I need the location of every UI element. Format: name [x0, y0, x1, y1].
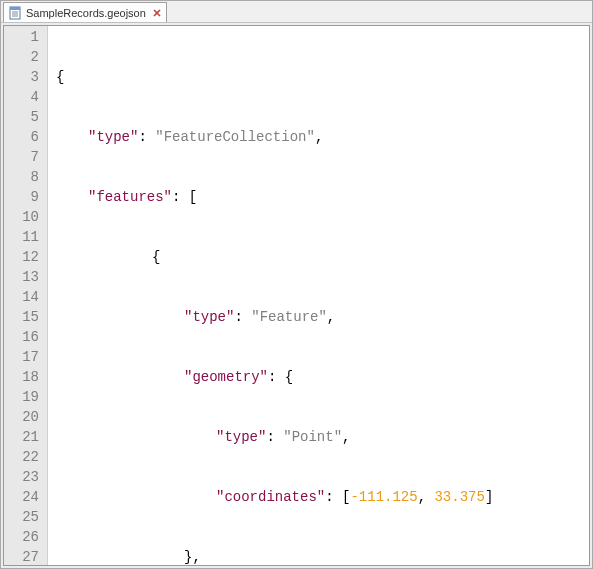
code-line: "type": "Feature",: [56, 307, 589, 327]
line-number: 6: [4, 127, 39, 147]
line-gutter: 1 2 3 4 5 6 7 8 9 10 11 12 13 14 15 16 1…: [4, 26, 48, 565]
line-number: 19: [4, 387, 39, 407]
line-number: 10: [4, 207, 39, 227]
line-number: 13: [4, 267, 39, 287]
code-line: },: [56, 547, 589, 566]
svg-rect-1: [10, 7, 20, 10]
line-number: 7: [4, 147, 39, 167]
code-line: {: [56, 247, 589, 267]
line-number: 8: [4, 167, 39, 187]
code-line: {: [56, 67, 589, 87]
line-number: 23: [4, 467, 39, 487]
line-number: 9: [4, 187, 39, 207]
close-icon[interactable]: [152, 8, 162, 18]
line-number: 12: [4, 247, 39, 267]
line-number: 16: [4, 327, 39, 347]
code-content[interactable]: { "type": "FeatureCollection", "features…: [48, 26, 589, 565]
code-line: "type": "FeatureCollection",: [56, 127, 589, 147]
file-tab[interactable]: SampleRecords.geojson: [3, 2, 167, 22]
code-line: "geometry": {: [56, 367, 589, 387]
line-number: 17: [4, 347, 39, 367]
line-number: 14: [4, 287, 39, 307]
line-number: 26: [4, 527, 39, 547]
line-number: 11: [4, 227, 39, 247]
tab-bar: SampleRecords.geojson: [1, 1, 592, 23]
line-number: 5: [4, 107, 39, 127]
line-number: 2: [4, 47, 39, 67]
file-icon: [8, 6, 22, 20]
line-number: 25: [4, 507, 39, 527]
line-number: 24: [4, 487, 39, 507]
line-number: 1: [4, 27, 39, 47]
editor-area[interactable]: 1 2 3 4 5 6 7 8 9 10 11 12 13 14 15 16 1…: [3, 25, 590, 566]
editor-window: SampleRecords.geojson 1 2 3 4 5 6 7 8 9 …: [0, 0, 593, 569]
line-number: 3: [4, 67, 39, 87]
line-number: 15: [4, 307, 39, 327]
code-line: "features": [: [56, 187, 589, 207]
code-line: "type": "Point",: [56, 427, 589, 447]
line-number: 22: [4, 447, 39, 467]
line-number: 27: [4, 547, 39, 566]
tab-filename: SampleRecords.geojson: [26, 7, 146, 19]
line-number: 20: [4, 407, 39, 427]
line-number: 4: [4, 87, 39, 107]
code-line: "coordinates": [-111.125, 33.375]: [56, 487, 589, 507]
line-number: 21: [4, 427, 39, 447]
line-number: 18: [4, 367, 39, 387]
